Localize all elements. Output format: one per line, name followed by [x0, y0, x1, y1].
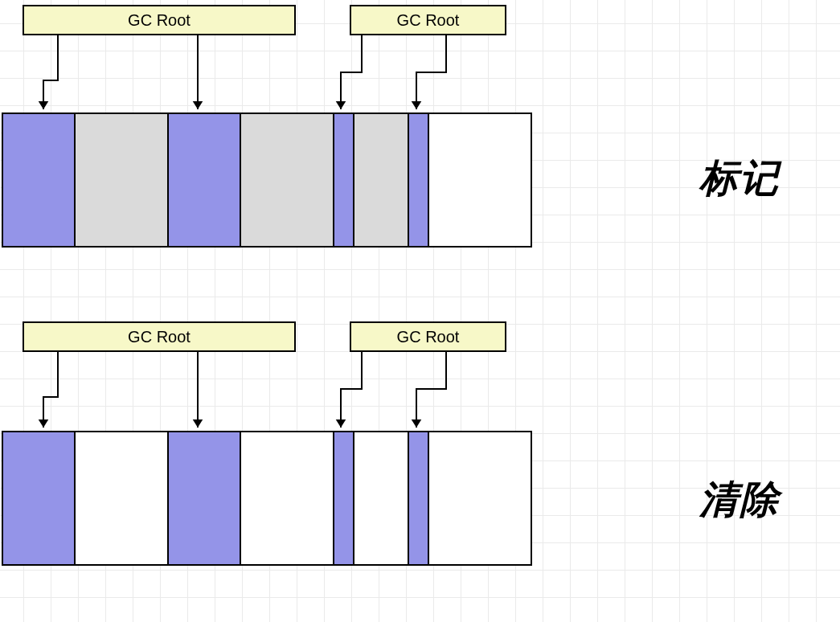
gc-root-box: GC Root	[23, 321, 296, 352]
heap-segment-garbage	[354, 114, 409, 246]
heap-mark	[2, 113, 532, 248]
svg-marker-0	[39, 101, 49, 109]
heap-segment-free	[354, 432, 409, 564]
heap-segment-garbage	[241, 114, 334, 246]
heap-segment-live	[334, 432, 354, 564]
svg-marker-3	[412, 101, 422, 109]
phase-label-sweep: 清除	[699, 474, 780, 526]
heap-segment-live	[3, 432, 76, 564]
heap-segment-free	[429, 432, 531, 564]
heap-segment-live	[334, 114, 354, 246]
gc-root-label: GC Root	[397, 11, 460, 29]
gc-root-box: GC Root	[350, 321, 506, 352]
gc-root-label: GC Root	[397, 328, 460, 346]
heap-sweep	[2, 431, 532, 566]
heap-segment-live	[409, 432, 429, 564]
svg-marker-4	[39, 419, 49, 428]
heap-segment-free	[76, 432, 169, 564]
heap-segment-live	[169, 114, 241, 246]
heap-segment-live	[169, 432, 241, 564]
heap-segment-free	[429, 114, 531, 246]
heap-segment-free	[241, 432, 334, 564]
heap-segment-live	[409, 114, 429, 246]
heap-segment-live	[3, 114, 76, 246]
svg-marker-1	[193, 101, 203, 109]
gc-root-label: GC Root	[128, 11, 191, 29]
svg-marker-5	[193, 419, 203, 428]
gc-root-box: GC Root	[23, 5, 296, 35]
svg-marker-6	[336, 419, 346, 428]
svg-marker-7	[412, 419, 422, 428]
heap-segment-garbage	[76, 114, 169, 246]
gc-root-label: GC Root	[128, 328, 191, 346]
svg-marker-2	[336, 101, 346, 109]
phase-label-mark: 标记	[699, 153, 780, 204]
gc-root-box: GC Root	[350, 5, 506, 35]
